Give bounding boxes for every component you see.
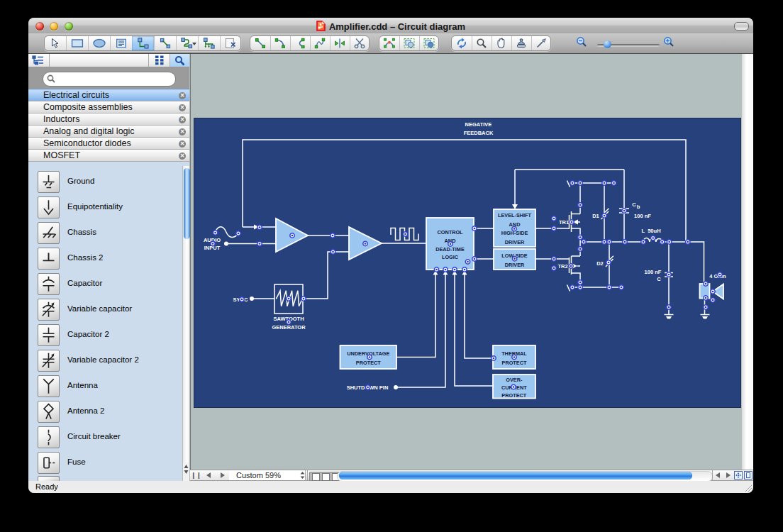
svg-text:100 nF: 100 nF: [634, 213, 651, 219]
svg-text:DRIVER: DRIVER: [504, 261, 524, 267]
svg-text:TR2: TR2: [557, 263, 567, 270]
svg-text:C: C: [657, 276, 661, 282]
svg-text:PROTECT: PROTECT: [355, 359, 380, 365]
svg-text:100 nF: 100 nF: [644, 268, 661, 275]
svg-text:CONTROL: CONTROL: [437, 228, 463, 235]
svg-text:OVER-: OVER-: [506, 377, 523, 383]
svg-text:b: b: [636, 204, 640, 210]
svg-text:LOGIC: LOGIC: [441, 254, 458, 260]
svg-text:C: C: [632, 201, 636, 208]
svg-text:L 50uH: L 50uH: [641, 228, 660, 234]
svg-text:PROTECT: PROTECT: [501, 392, 526, 399]
svg-text:D1: D1: [592, 212, 599, 218]
svg-text:NEGATIVE: NEGATIVE: [465, 121, 492, 127]
svg-text:LEVEL-SHIFT: LEVEL-SHIFT: [497, 212, 531, 218]
svg-text:D2: D2: [596, 260, 604, 266]
svg-text:PROTECT: PROTECT: [501, 359, 526, 365]
svg-text:TR1: TR1: [558, 219, 568, 226]
svg-text:FEEDBACK: FEEDBACK: [463, 130, 493, 136]
svg-text:DRIVER: DRIVER: [504, 238, 524, 245]
